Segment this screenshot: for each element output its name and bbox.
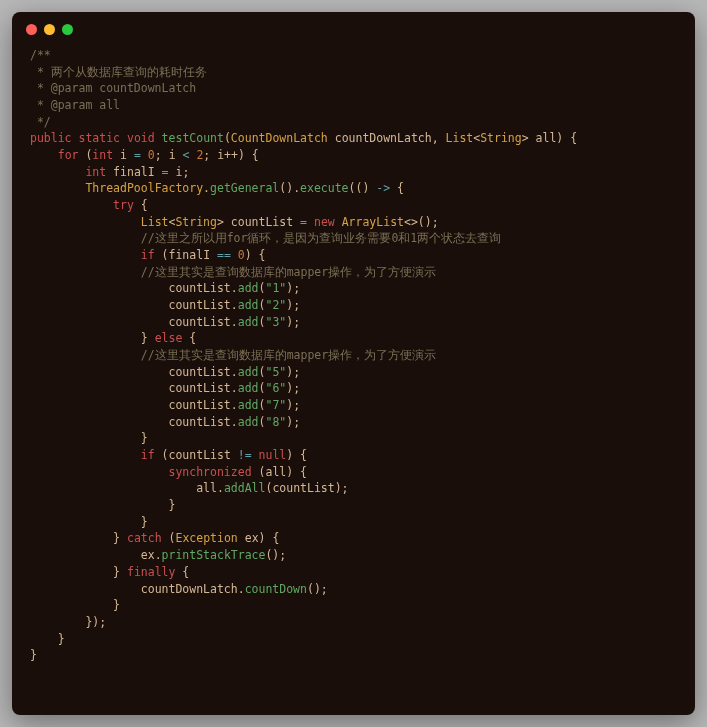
kw-null: null <box>259 448 287 462</box>
loop-var: i <box>120 148 127 162</box>
method-call: getGeneral <box>210 181 279 195</box>
var-ref: countDownLatch <box>141 582 238 596</box>
code-block: /** * 两个从数据库查询的耗时任务 * @param countDownLa… <box>12 41 695 682</box>
str-lit: 6 <box>272 381 279 395</box>
var-ref: countList <box>168 415 230 429</box>
var-ref: countList <box>168 398 230 412</box>
maximize-icon[interactable] <box>62 24 73 35</box>
window-titlebar <box>12 12 695 41</box>
method-call: add <box>238 298 259 312</box>
code-window: /** * 两个从数据库查询的耗时任务 * @param countDownLa… <box>12 12 695 715</box>
var-ref: countList <box>272 481 334 495</box>
str-lit: 3 <box>272 315 279 329</box>
method-call: add <box>238 398 259 412</box>
kw-if: if <box>141 448 155 462</box>
param-type: CountDownLatch <box>231 131 328 145</box>
param-type: List <box>446 131 474 145</box>
kw-synchronized: synchronized <box>168 465 251 479</box>
var-ref: all <box>265 465 286 479</box>
kw-int: int <box>85 165 106 179</box>
var-name: countList <box>231 215 293 229</box>
str-lit: 8 <box>272 415 279 429</box>
var-ref: countList <box>168 281 230 295</box>
javadoc-line: * 两个从数据库查询的耗时任务 <box>30 65 207 79</box>
param-name: countDownLatch <box>335 131 432 145</box>
minimize-icon[interactable] <box>44 24 55 35</box>
kw-finally: finally <box>127 565 175 579</box>
kw-int: int <box>92 148 113 162</box>
var-ref: countList <box>169 448 231 462</box>
str-lit: 1 <box>272 281 279 295</box>
var-ref: ex <box>141 548 155 562</box>
kw-if: if <box>141 248 155 262</box>
exc-type: Exception <box>175 531 237 545</box>
method-call: add <box>238 365 259 379</box>
str-lit: 7 <box>272 398 279 412</box>
class-ref: ThreadPoolFactory <box>85 181 203 195</box>
close-icon[interactable] <box>26 24 37 35</box>
var-ref: countList <box>168 298 230 312</box>
var-name: finalI <box>113 165 155 179</box>
kw-else: else <box>155 331 183 345</box>
method-call: countDown <box>245 582 307 596</box>
javadoc-line: */ <box>30 115 51 129</box>
var-ref: finalI <box>169 248 211 262</box>
kw-public: public <box>30 131 72 145</box>
javadoc-line: * @param all <box>30 98 120 112</box>
method-call: add <box>238 315 259 329</box>
javadoc-line: * @param countDownLatch <box>30 81 196 95</box>
var-ref: countList <box>168 315 230 329</box>
generic-type: String <box>480 131 522 145</box>
method-call: printStackTrace <box>162 548 266 562</box>
method-name: testCount <box>162 131 224 145</box>
var-ref: countList <box>168 381 230 395</box>
method-call: execute <box>300 181 348 195</box>
num-literal: 0 <box>238 248 245 262</box>
comment-line: //这里其实是查询数据库的mapper操作，为了方便演示 <box>141 265 436 279</box>
method-call: addAll <box>224 481 266 495</box>
var-ref: countList <box>168 365 230 379</box>
param-name: all <box>536 131 557 145</box>
method-call: add <box>238 415 259 429</box>
javadoc-line: /** <box>30 48 51 62</box>
str-lit: 5 <box>272 365 279 379</box>
method-call: add <box>238 381 259 395</box>
ctor: ArrayList <box>342 215 404 229</box>
num-literal: 0 <box>148 148 155 162</box>
exc-name: ex <box>245 531 259 545</box>
loop-inc: i++ <box>217 148 238 162</box>
kw-try: try <box>113 198 134 212</box>
type-ref: List <box>141 215 169 229</box>
comment-line: //这里之所以用for循环，是因为查询业务需要0和1两个状态去查询 <box>141 231 501 245</box>
kw-void: void <box>127 131 155 145</box>
comment-line: //这里其实是查询数据库的mapper操作，为了方便演示 <box>141 348 436 362</box>
method-call: add <box>238 281 259 295</box>
kw-catch: catch <box>127 531 162 545</box>
kw-for: for <box>58 148 79 162</box>
kw-static: static <box>78 131 120 145</box>
generic-type: String <box>175 215 217 229</box>
kw-new: new <box>314 215 335 229</box>
str-lit: 2 <box>272 298 279 312</box>
var-ref: all <box>196 481 217 495</box>
